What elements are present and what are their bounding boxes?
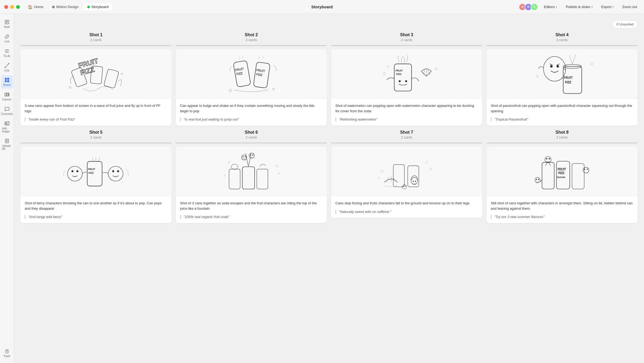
window-controls: [4, 5, 20, 9]
minimize-button[interactable]: [10, 5, 14, 9]
svg-line-53: [428, 70, 430, 75]
svg-rect-9: [5, 78, 7, 80]
unsorted-button[interactable]: 0 Unsorted: [612, 20, 638, 28]
shot-header-7: Shot 7 2 cards: [331, 130, 482, 139]
svg-line-51: [423, 70, 425, 75]
svg-point-99: [411, 176, 418, 185]
svg-text:FIZZ: FIZZ: [396, 73, 402, 76]
unsorted-label: 0 Unsorted: [616, 22, 634, 26]
svg-point-85: [245, 156, 246, 157]
card-image-4: FRUIT FIZZ: [486, 49, 638, 99]
zoom-out-button[interactable]: Zoom out: [620, 3, 640, 10]
svg-rect-31: [104, 69, 119, 88]
shot-divider-8: [486, 143, 638, 143]
column-icon: [4, 92, 10, 97]
svg-text:FIZZ: FIZZ: [256, 73, 263, 77]
svg-text:FRUIT: FRUIT: [88, 168, 95, 170]
svg-point-108: [378, 177, 380, 179]
sidebar-item-upload[interactable]: Upload file: [1, 136, 13, 153]
sidebar-item-link[interactable]: Link: [1, 32, 13, 45]
shot-column-6: Shot 6 2 cards: [176, 130, 327, 223]
card-shot-8[interactable]: FRUIT FIZZ Summer: [486, 147, 638, 223]
chevron-down-icon: ▾: [556, 5, 557, 8]
svg-point-90: [228, 162, 230, 164]
svg-line-118: [546, 163, 547, 166]
export-button[interactable]: Export ▾: [599, 3, 617, 10]
shots-grid: Shot 1 2 cards FRUIT FIZZ: [20, 32, 638, 223]
shot-2-title: Shot 2: [176, 32, 327, 37]
svg-text:FIZZ: FIZZ: [558, 171, 564, 175]
card-shot-2[interactable]: FRUIT FIZZ FRUIT FIZZ: [176, 49, 327, 126]
shot-header-1: Shot 1 2 cards: [20, 32, 171, 42]
page-title: Storyboard: [311, 5, 333, 9]
svg-point-8: [8, 63, 9, 64]
tab-home[interactable]: 🏠 Home: [24, 3, 47, 11]
shot-column-4: Shot 4 2 cards FRUIT FIZZ: [486, 32, 638, 126]
svg-point-49: [399, 80, 401, 82]
svg-line-42: [259, 57, 259, 59]
svg-point-107: [381, 170, 383, 172]
svg-point-74: [108, 166, 123, 181]
sidebar-item-comment[interactable]: Comment: [1, 104, 13, 118]
svg-point-71: [68, 166, 82, 181]
card-shot-4[interactable]: FRUIT FIZZ: [486, 49, 638, 126]
svg-point-83: [241, 155, 247, 160]
shot-header-2: Shot 2 2 cards: [176, 32, 327, 42]
sidebar-item-trash[interactable]: Trash: [1, 346, 13, 360]
svg-point-88: [252, 154, 253, 155]
close-button[interactable]: [4, 5, 8, 9]
sidebar-item-board[interactable]: Board: [1, 75, 13, 89]
svg-rect-10: [7, 78, 9, 80]
card-shot-1[interactable]: FRUIT FIZZ: [20, 49, 171, 126]
sidebar-item-line[interactable]: Line: [1, 61, 13, 74]
svg-rect-11: [5, 80, 7, 82]
shot-divider-7: [331, 143, 482, 143]
card-shot-5[interactable]: FRUIT FIZZ: [20, 147, 171, 223]
tab-storyboard[interactable]: Storyboard: [83, 3, 112, 10]
card-image-6: [176, 147, 327, 196]
svg-point-116: [546, 158, 547, 159]
card-desc-8: Still shot of cans together with charact…: [491, 201, 633, 211]
svg-point-67: [590, 63, 593, 65]
svg-point-122: [587, 169, 588, 170]
sidebar-item-todo[interactable]: To-do: [1, 46, 13, 60]
maximize-button[interactable]: [16, 5, 20, 9]
title-bar-right: A B C Editors ▾ Publish & share ▾ Export…: [519, 3, 640, 11]
card-body-3: Shot of watermelon can popping open with…: [331, 99, 482, 126]
tab-storyboard-label: Storyboard: [92, 5, 109, 9]
tab-home-label: Home: [34, 5, 43, 9]
link-icon: [4, 34, 10, 39]
svg-line-40: [239, 57, 240, 59]
card-shot-6[interactable]: Shot of 3 cans together as soda escapes …: [176, 147, 327, 223]
add-image-icon: [4, 121, 10, 126]
svg-rect-15: [8, 93, 9, 96]
tab-dot: [52, 6, 55, 8]
shot-8-title: Shot 8: [486, 130, 638, 135]
svg-line-64: [557, 64, 559, 65]
svg-text:FIZZ: FIZZ: [236, 71, 243, 76]
svg-point-104: [405, 186, 406, 187]
shot-5-title: Shot 5: [20, 130, 171, 135]
card-quote-2: "Is real fruit just waiting to jump out": [180, 117, 323, 121]
tab-motion-design[interactable]: Motion Design: [48, 3, 82, 10]
sidebar-item-add-image[interactable]: Add Image: [1, 119, 13, 135]
svg-point-56: [387, 66, 389, 67]
content-area: 0 Unsorted Shot 1 2 cards FRUIT FIZZ: [14, 14, 644, 363]
svg-rect-82: [257, 169, 268, 189]
svg-rect-57: [563, 66, 582, 93]
sidebar-item-note[interactable]: Note: [1, 17, 13, 31]
card-shot-3[interactable]: FRUIT FIZZ: [331, 49, 482, 126]
editors-button[interactable]: Editors ▾: [541, 3, 560, 10]
shot-header-3: Shot 3 2 cards: [331, 32, 482, 42]
publish-share-button[interactable]: Publish & share ▾: [563, 3, 595, 10]
svg-point-117: [549, 158, 550, 159]
sketch-4: FRUIT FIZZ: [494, 52, 630, 96]
editors-avatars: A B C: [519, 3, 538, 11]
svg-point-103: [403, 186, 404, 187]
sidebar-item-column[interactable]: Column: [1, 90, 13, 103]
svg-point-61: [550, 65, 552, 68]
card-shot-7[interactable]: Cans stop fizzing and fruits characters …: [331, 147, 482, 218]
card-body-4: Shot of passionfruit can popping open wi…: [486, 99, 638, 126]
tab-bar: 🏠 Home Motion Design Storyboard: [24, 3, 112, 11]
svg-rect-110: [557, 161, 570, 189]
